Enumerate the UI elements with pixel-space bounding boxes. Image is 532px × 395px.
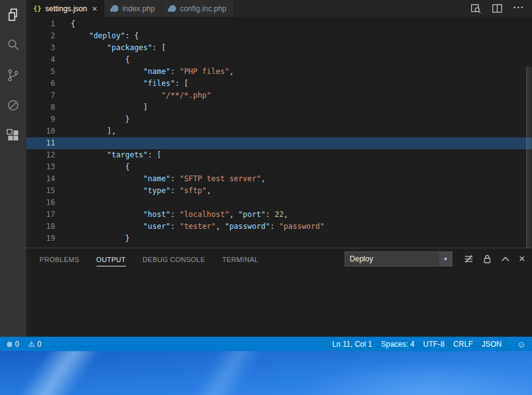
- line-number: 2: [26, 30, 55, 42]
- line-number: 13: [26, 161, 55, 173]
- line-number: 10: [26, 125, 55, 137]
- source-control-icon[interactable]: [0, 60, 26, 90]
- panel-header: PROBLEMSOUTPUTDEBUG CONSOLETERMINAL Depl…: [26, 248, 532, 270]
- code-line[interactable]: 18 "user": "tester", "password": "passwo…: [26, 221, 532, 233]
- panel: PROBLEMSOUTPUTDEBUG CONSOLETERMINAL Depl…: [26, 248, 532, 337]
- more-actions-icon[interactable]: ···: [513, 3, 524, 14]
- debug-icon[interactable]: [0, 90, 26, 120]
- panel-actions: Deploy ▼: [345, 251, 532, 266]
- code-lines: 1{2 "deploy": {3 "packages": [4 {5 "name…: [26, 18, 532, 245]
- line-number: 11: [26, 137, 55, 149]
- tab-settings.json[interactable]: {}settings.json×: [26, 0, 105, 17]
- language-mode[interactable]: JSON: [477, 340, 506, 349]
- line-number: 15: [26, 185, 55, 197]
- line-number: 9: [26, 113, 55, 125]
- error-icon: ⊗: [6, 340, 13, 349]
- tab-index.php[interactable]: index.php: [105, 0, 162, 17]
- php-icon: [169, 5, 176, 12]
- line-number: 1: [26, 18, 55, 30]
- feedback-smiley-icon[interactable]: ☺: [513, 339, 526, 349]
- problems-status[interactable]: ⊗ 0 ⚠ 0: [6, 340, 41, 349]
- scrollbar-thumb[interactable]: [526, 67, 531, 248]
- eol[interactable]: CRLF: [449, 340, 477, 349]
- output-channel-select[interactable]: Deploy ▼: [345, 251, 452, 266]
- search-icon[interactable]: [0, 30, 26, 60]
- cursor-position[interactable]: Ln 11, Col 1: [328, 340, 377, 349]
- editor: 1{2 "deploy": {3 "packages": [4 {5 "name…: [26, 17, 532, 248]
- status-bar: ⊗ 0 ⚠ 0 Ln 11, Col 1Spaces: 4UTF-8CRLFJS…: [0, 337, 532, 351]
- tab-config.inc.php[interactable]: config.inc.php: [162, 0, 234, 17]
- output-channel-value: Deploy: [345, 255, 439, 263]
- panel-tab-strip: PROBLEMSOUTPUTDEBUG CONSOLETERMINAL: [39, 253, 275, 265]
- line-number: 8: [26, 102, 55, 113]
- code-line[interactable]: 10 ],: [26, 125, 532, 137]
- tab-strip: {}settings.json×index.phpconfig.inc.php: [26, 0, 234, 17]
- tab-label: settings.json: [45, 4, 87, 13]
- line-number: 4: [26, 54, 55, 66]
- line-number: 5: [26, 66, 55, 78]
- code-line[interactable]: 19 }: [26, 233, 532, 245]
- tab-bar: {}settings.json×index.phpconfig.inc.php: [26, 0, 532, 17]
- close-panel-icon[interactable]: ×: [519, 253, 525, 265]
- line-number: 16: [26, 197, 55, 209]
- panel-content: [26, 270, 532, 337]
- screen: {}settings.json×index.phpconfig.inc.php: [0, 0, 532, 395]
- code-line[interactable]: 7 "/**/*.php": [26, 90, 532, 102]
- line-number: 18: [26, 221, 55, 233]
- code-line[interactable]: 14 "name": "SFTP test server",: [26, 173, 532, 185]
- dropdown-arrow-icon: ▼: [439, 252, 452, 266]
- editor-actions: ···: [471, 0, 532, 17]
- code-line[interactable]: 15 "type": "sftp",: [26, 185, 532, 197]
- line-number: 6: [26, 78, 55, 90]
- line-number: 14: [26, 173, 55, 185]
- explorer-icon[interactable]: [0, 0, 26, 30]
- split-editor-icon[interactable]: [492, 3, 503, 14]
- php-icon: [112, 5, 118, 12]
- code-line[interactable]: 13 {: [26, 161, 532, 173]
- code-line[interactable]: 5 "name": "PHP files",: [26, 66, 532, 78]
- code-line[interactable]: 1{: [26, 18, 532, 30]
- code-line[interactable]: 3 "packages": [: [26, 42, 532, 54]
- line-number: 7: [26, 90, 55, 102]
- code-line[interactable]: 17 "host": "localhost", "port": 22,: [26, 209, 532, 221]
- panel-tab-problems[interactable]: PROBLEMS: [39, 253, 80, 266]
- warning-icon: ⚠: [28, 340, 35, 349]
- code-line[interactable]: 4 {: [26, 54, 532, 66]
- code-line[interactable]: 9 }: [26, 113, 532, 125]
- panel-tab-terminal[interactable]: TERMINAL: [222, 253, 258, 266]
- tab-label: index.php: [122, 4, 155, 13]
- vscode-window: {}settings.json×index.phpconfig.inc.php: [0, 0, 532, 351]
- code-line[interactable]: 16: [26, 197, 532, 209]
- extensions-icon[interactable]: [0, 120, 26, 150]
- line-number: 3: [26, 42, 55, 54]
- code-line[interactable]: 12 "targets": [: [26, 149, 532, 161]
- tab-close-icon[interactable]: ×: [92, 4, 97, 13]
- editor-group: {}settings.json×index.phpconfig.inc.php: [26, 0, 532, 337]
- activity-bar: [0, 0, 26, 337]
- tab-label: config.inc.php: [180, 4, 226, 13]
- status-right: Ln 11, Col 1Spaces: 4UTF-8CRLFJSON: [328, 340, 506, 349]
- json-braces-icon: {}: [33, 4, 41, 13]
- code-line[interactable]: 8 ]: [26, 102, 532, 113]
- open-preview-icon[interactable]: [471, 3, 481, 14]
- warning-count: 0: [38, 340, 42, 349]
- panel-tab-output[interactable]: OUTPUT: [96, 253, 126, 266]
- maximize-panel-icon[interactable]: [501, 256, 510, 262]
- error-count: 0: [15, 340, 19, 349]
- scroll-lock-icon[interactable]: [482, 254, 492, 264]
- wallpaper-glow: [294, 357, 532, 395]
- encoding[interactable]: UTF-8: [419, 340, 449, 349]
- code-line[interactable]: 11: [26, 137, 532, 149]
- panel-tab-debug-console[interactable]: DEBUG CONSOLE: [143, 253, 206, 266]
- line-number: 12: [26, 149, 55, 161]
- indentation[interactable]: Spaces: 4: [377, 340, 419, 349]
- line-number: 19: [26, 233, 55, 245]
- clear-output-icon[interactable]: [464, 254, 474, 264]
- line-number: 17: [26, 209, 55, 221]
- code-line[interactable]: 6 "files": [: [26, 78, 532, 90]
- code-line[interactable]: 2 "deploy": {: [26, 30, 532, 42]
